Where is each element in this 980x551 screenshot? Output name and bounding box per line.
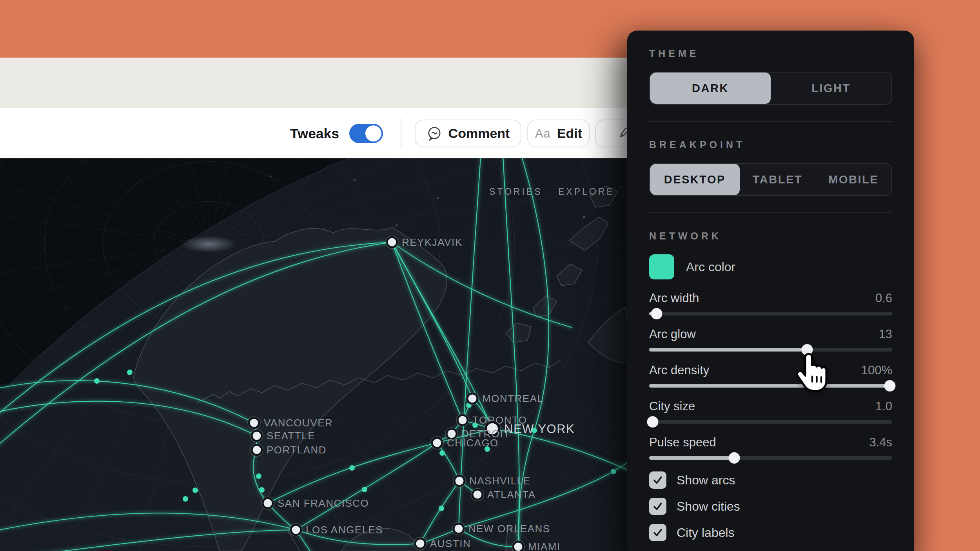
arc-node-dot (439, 450, 445, 456)
arc-density-slider-thumb[interactable] (884, 380, 895, 392)
arc-width-slider-thumb[interactable] (651, 308, 662, 319)
arc-glow-slider[interactable] (649, 344, 892, 355)
city-dot (468, 395, 477, 403)
pulse-speed-slider[interactable] (649, 452, 892, 464)
star-dot (396, 225, 398, 227)
edit-button-label: Edit (557, 126, 582, 141)
show-arcs-label: Show arcs (677, 473, 735, 488)
map-nav-stories[interactable]: STORIES (489, 187, 543, 197)
arc-node-dot (183, 496, 188, 502)
checkbox-checked-icon[interactable] (649, 471, 666, 489)
city-label: LOS ANGELES (306, 524, 383, 536)
pulse-speed-value: 3.4s (869, 435, 892, 450)
city-marker-san-francisco[interactable]: SAN FRANCISCO (261, 497, 369, 509)
arc-color-swatch[interactable] (649, 254, 674, 279)
city-marker-austin[interactable]: AUSTIN (414, 537, 471, 550)
city-dot (455, 525, 463, 533)
tweaks-toggle[interactable] (349, 124, 383, 143)
arc-node-dot (256, 473, 261, 479)
city-size-label: City size (649, 399, 695, 413)
city-label: NEW ORLEANS (468, 523, 550, 535)
toggle-knob (365, 125, 381, 141)
city-dot (433, 439, 441, 447)
breakpoint-segmented-control: DESKTOPTABLETMOBILE (649, 163, 892, 196)
network-section-label: NETWORK (649, 230, 892, 242)
checkbox-row-show-cities[interactable]: Show cities (649, 498, 892, 515)
arc-density-slider[interactable] (649, 380, 892, 392)
arc-glow-label: Arc glow (649, 327, 696, 341)
city-size-slider[interactable] (649, 416, 892, 428)
arc-node-dot (127, 370, 132, 375)
city-label: REYKJAVIK (402, 236, 463, 248)
arc-node-dot (192, 488, 198, 493)
city-dot (264, 499, 272, 508)
theme-option-dark[interactable]: DARK (650, 72, 771, 104)
arc-glow-value: 13 (879, 327, 892, 341)
city-dot (253, 432, 261, 440)
city-dot (459, 416, 467, 424)
city-dot (250, 419, 258, 427)
arc-node-dot (439, 506, 444, 511)
city-label: SEATTLE (267, 430, 315, 442)
city-label: ATLANTA (487, 489, 536, 500)
checkbox-row-show-arcs[interactable]: Show arcs (649, 471, 892, 489)
city-dot (456, 477, 464, 485)
network-sliders: Arc width0.6Arc glow13Arc density100%Cit… (649, 291, 892, 464)
city-size-slider-thumb[interactable] (647, 416, 659, 428)
theme-segmented-control: DARKLIGHT (649, 72, 892, 105)
city-dot (253, 446, 261, 454)
comment-button-label: Comment (448, 126, 510, 141)
pulse-speed-label: Pulse speed (649, 435, 716, 450)
breakpoint-option-tablet[interactable]: TABLET (740, 164, 816, 195)
city-label: SAN FRANCISCO (278, 497, 369, 509)
star-dot (583, 216, 585, 218)
comment-button[interactable]: Comment (415, 120, 521, 147)
arc-node-dot (349, 465, 355, 471)
city-marker-seattle[interactable]: SEATTLE (250, 430, 315, 442)
arc-width-value: 0.6 (875, 291, 892, 305)
map-nav-explore[interactable]: EXPLORE (558, 187, 615, 197)
city-label: MONTREAL (482, 393, 543, 404)
tweaks-toggle-group: Tweaks (290, 108, 383, 159)
city-marker-chicago[interactable]: CHICAGO (431, 437, 499, 449)
city-label: MIAMI (528, 541, 561, 551)
network-checkboxes: Show arcsShow citiesCity labels (649, 471, 892, 541)
breakpoint-option-mobile[interactable]: MOBILE (815, 164, 891, 195)
star-dot (354, 179, 356, 181)
checkbox-checked-icon[interactable] (649, 498, 666, 515)
show-cities-label: Show cities (677, 499, 740, 514)
arc-node-dot (362, 487, 367, 492)
arc-width-label: Arc width (649, 291, 699, 305)
north-pole-glow (181, 236, 236, 253)
city-dot (514, 543, 523, 551)
breakpoint-option-desktop[interactable]: DESKTOP (650, 164, 740, 195)
checkbox-row-city-labels[interactable]: City labels (649, 524, 892, 541)
city-dot (292, 526, 300, 534)
theme-option-light[interactable]: LIGHT (771, 72, 891, 104)
comment-bubble-icon (426, 126, 442, 141)
city-label: PORTLAND (267, 444, 327, 456)
arc-node-dot (94, 378, 100, 384)
city-marker-miami[interactable]: MIAMI (512, 540, 561, 551)
panel-divider (649, 121, 892, 122)
city-marker-atlanta[interactable]: ATLANTA (471, 488, 536, 501)
arc-width-slider[interactable] (649, 308, 892, 319)
arc-density-label: Arc density (649, 363, 709, 377)
slider-group-arc-density: Arc density100% (649, 363, 892, 392)
theme-section-label: THEME (649, 48, 892, 59)
city-size-value: 1.0 (875, 399, 892, 413)
tweaks-panel: THEME DARKLIGHT BREAKPOINT DESKTOPTABLET… (627, 31, 914, 551)
edit-button[interactable]: Aa Edit (527, 120, 590, 147)
city-label: CHICAGO (447, 437, 499, 449)
slider-group-city-size: City size1.0 (649, 399, 892, 428)
city-dot (474, 491, 482, 499)
city-dot (388, 238, 396, 246)
city-label: VANCOUVER (264, 417, 333, 429)
slider-group-pulse-speed: Pulse speed3.4s (649, 435, 892, 464)
city-labels-label: City labels (677, 526, 735, 540)
star-dot (437, 198, 439, 199)
city-label: AUSTIN (430, 538, 471, 549)
slider-group-arc-glow: Arc glow13 (649, 327, 892, 355)
pulse-speed-slider-thumb[interactable] (729, 452, 740, 464)
checkbox-checked-icon[interactable] (649, 524, 666, 541)
